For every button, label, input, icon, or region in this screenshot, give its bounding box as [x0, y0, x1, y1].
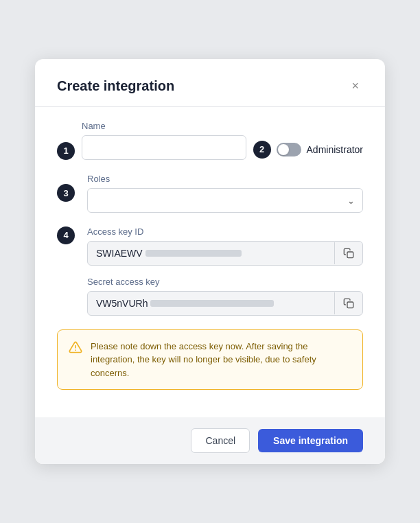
step-badge-3: 3: [57, 184, 75, 202]
step-badge-2: 2: [253, 141, 271, 159]
modal-footer: Cancel Save integration: [35, 417, 385, 464]
step-badge-4: 4: [57, 226, 75, 244]
roles-field-group: Roles ⌄: [87, 174, 363, 213]
roles-select-wrap: ⌄: [87, 188, 363, 213]
access-key-id-value: SWIAEWV: [88, 242, 334, 265]
secret-access-key-value: VW5nVURh: [88, 292, 334, 315]
access-key-blurred: [145, 250, 242, 257]
key-fields: Access key ID SWIAEWV: [87, 226, 363, 316]
name-field-group: Name: [82, 121, 246, 160]
secret-access-key-input-row: VW5nVURh: [87, 291, 363, 316]
save-integration-button[interactable]: Save integration: [258, 429, 363, 452]
access-key-id-field: Access key ID SWIAEWV: [87, 226, 363, 266]
roles-row: 3 Roles ⌄: [57, 174, 363, 213]
secret-access-key-label: Secret access key: [87, 277, 363, 287]
name-label: Name: [82, 121, 246, 131]
cancel-button[interactable]: Cancel: [191, 428, 250, 453]
create-integration-modal: Create integration × 1 Name 2 Administra…: [35, 59, 385, 465]
modal-title: Create integration: [57, 78, 174, 94]
copy-icon: [343, 248, 354, 259]
roles-label: Roles: [87, 174, 363, 184]
name-row: 1 Name 2 Administrator: [57, 121, 363, 160]
svg-rect-1: [347, 302, 353, 308]
header-divider: [35, 106, 385, 107]
administrator-toggle[interactable]: [277, 143, 301, 156]
step-badge-1: 1: [57, 142, 75, 160]
copy-secret-key-button[interactable]: [334, 292, 362, 314]
administrator-label: Administrator: [307, 144, 363, 155]
modal-header: Create integration ×: [35, 59, 385, 106]
warning-box: Please note down the access key now. Aft…: [57, 329, 363, 391]
toggle-knob: [278, 144, 289, 155]
secret-key-blurred: [150, 300, 274, 307]
copy-access-key-button[interactable]: [334, 242, 362, 264]
copy-icon-2: [343, 298, 354, 309]
warning-icon: [69, 340, 82, 358]
name-input[interactable]: [82, 135, 246, 160]
access-key-id-input-row: SWIAEWV: [87, 241, 363, 266]
modal-body: 1 Name 2 Administrator 3 Roles: [35, 121, 385, 410]
svg-rect-0: [347, 252, 353, 258]
roles-select[interactable]: [87, 188, 363, 213]
keys-section: 4 Access key ID SWIAEWV: [57, 226, 363, 316]
access-key-id-label: Access key ID: [87, 226, 363, 237]
secret-access-key-field: Secret access key VW5nVURh: [87, 277, 363, 316]
administrator-toggle-group: 2 Administrator: [253, 141, 363, 160]
warning-text: Please note down the access key now. Aft…: [91, 340, 351, 380]
close-button[interactable]: ×: [347, 78, 363, 93]
